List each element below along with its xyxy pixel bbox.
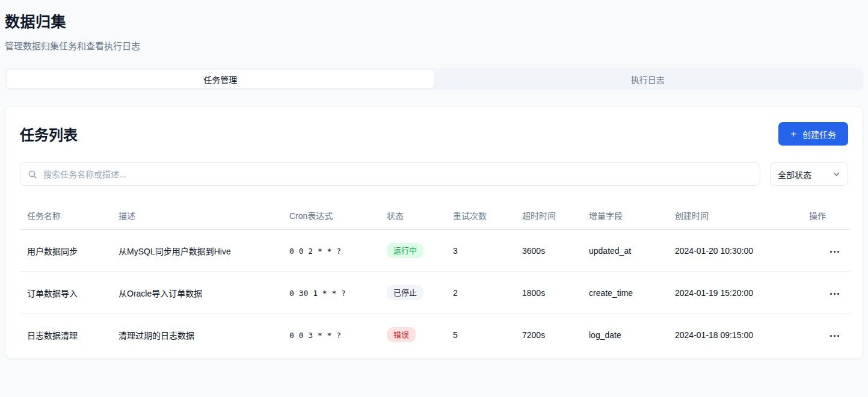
cell-timeout: 1800s	[515, 272, 582, 314]
cell-description: 清理过期的日志数据	[111, 314, 282, 356]
column-header-actions: 操作	[802, 202, 850, 230]
column-header-name: 任务名称	[20, 202, 111, 230]
page-subtitle: 管理数据归集任务和查看执行日志	[5, 39, 863, 52]
status-filter-select[interactable]: 全部状态	[770, 162, 848, 186]
cell-incremental-field: updated_at	[582, 230, 668, 272]
column-header-cron: Cron表达式	[282, 202, 380, 230]
card-header: 任务列表 + 创建任务	[20, 122, 848, 146]
cell-description: 从MySQL同步用户数据到Hive	[111, 230, 282, 272]
table-row: 订单数据导入 从Oracle导入订单数据 0 30 1 * * ? 已停止 2 …	[20, 272, 850, 314]
cell-created-at: 2024-01-18 09:15:00	[668, 314, 802, 356]
cell-description: 从Oracle导入订单数据	[111, 272, 282, 314]
column-header-created: 创建时间	[668, 202, 802, 230]
column-header-status: 状态	[380, 202, 446, 230]
cell-cron: 0 30 1 * * ?	[289, 289, 346, 298]
column-header-retries: 重试次数	[446, 202, 515, 230]
column-header-timeout: 超时时间	[515, 202, 582, 230]
cell-timeout: 3600s	[515, 230, 582, 272]
chevron-down-icon	[833, 170, 840, 178]
plus-icon: +	[790, 129, 796, 139]
cell-retries: 2	[446, 272, 515, 314]
search-input[interactable]	[43, 170, 753, 179]
cell-timeout: 7200s	[515, 314, 582, 356]
tab-task-management[interactable]: 任务管理	[7, 70, 434, 88]
status-filter-value: 全部状态	[778, 168, 811, 180]
ellipsis-icon	[830, 251, 832, 253]
column-header-description: 描述	[111, 202, 282, 230]
cell-cron: 0 0 3 * * ?	[289, 331, 341, 340]
create-task-label: 创建任务	[802, 128, 836, 140]
filter-row: 全部状态	[20, 162, 848, 186]
tab-bar: 任务管理 执行日志	[5, 68, 863, 90]
search-icon	[28, 170, 37, 179]
status-badge: 运行中	[387, 243, 423, 258]
more-actions-button[interactable]	[828, 331, 842, 340]
cell-task-name: 订单数据导入	[20, 272, 111, 314]
page: 数据归集 管理数据归集任务和查看执行日志 任务管理 执行日志 任务列表 + 创建…	[0, 0, 868, 359]
status-badge: 错误	[387, 327, 416, 342]
task-table: 任务名称 描述 Cron表达式 状态 重试次数 超时时间 增量字段 创建时间 操…	[20, 202, 850, 355]
status-badge: 已停止	[387, 285, 423, 300]
cell-created-at: 2024-01-19 15:20:00	[668, 272, 802, 314]
create-task-button[interactable]: + 创建任务	[778, 122, 848, 146]
cell-incremental-field: create_time	[582, 272, 668, 314]
ellipsis-icon	[830, 293, 832, 295]
cell-incremental-field: log_date	[582, 314, 668, 356]
page-title: 数据归集	[5, 10, 863, 31]
card-title: 任务列表	[20, 123, 78, 144]
cell-created-at: 2024-01-20 10:30:00	[668, 230, 802, 272]
table-row: 日志数据清理 清理过期的日志数据 0 0 3 * * ? 错误 5 7200s …	[20, 314, 850, 356]
table-header-row: 任务名称 描述 Cron表达式 状态 重试次数 超时时间 增量字段 创建时间 操…	[20, 202, 850, 230]
task-list-card: 任务列表 + 创建任务 全部状态	[5, 106, 863, 359]
more-actions-button[interactable]	[828, 247, 842, 256]
more-actions-button[interactable]	[828, 289, 842, 298]
cell-retries: 3	[446, 230, 515, 272]
column-header-incremental: 增量字段	[582, 202, 668, 230]
search-box	[20, 162, 760, 186]
cell-cron: 0 0 2 * * ?	[289, 247, 341, 256]
tab-execution-logs[interactable]: 执行日志	[434, 70, 862, 88]
cell-task-name: 日志数据清理	[20, 314, 111, 356]
ellipsis-icon	[830, 335, 832, 337]
cell-task-name: 用户数据同步	[20, 230, 111, 272]
cell-retries: 5	[446, 314, 515, 356]
table-row: 用户数据同步 从MySQL同步用户数据到Hive 0 0 2 * * ? 运行中…	[20, 230, 850, 272]
